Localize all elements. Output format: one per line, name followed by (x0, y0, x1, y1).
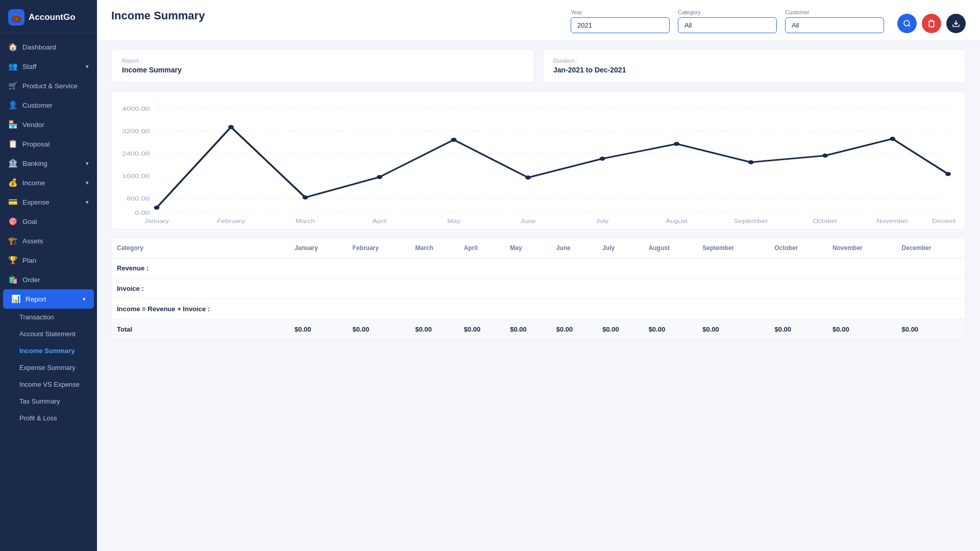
col-june: June (551, 238, 597, 258)
chart-point-nov (890, 137, 895, 141)
svg-text:800.00: 800.00 (127, 195, 150, 202)
page-title: Income Summary (111, 9, 205, 22)
proposal-icon: 📋 (8, 139, 17, 148)
sidebar-sub-item-transaction[interactable]: Transaction (0, 309, 97, 325)
info-cards: Report : Income Summary Duration : Jan-2… (97, 41, 980, 83)
sidebar-item-customer[interactable]: 👤 Customer (0, 95, 97, 115)
sub-nav-label: Profit & Loss (19, 414, 57, 422)
row-invoice-col-0 (289, 279, 348, 299)
row-label-total: Total (112, 319, 289, 340)
category-filter-group: Category (678, 9, 777, 33)
sidebar-item-banking[interactable]: 🏦 Banking ▾ (0, 154, 97, 173)
sidebar-sub-item-expense-summary[interactable]: Expense Summary (0, 359, 97, 376)
header-filters: Year Category Customer (571, 9, 884, 33)
income-icon: 💰 (8, 178, 17, 187)
sidebar-item-report[interactable]: 📊 Report ▾ (3, 289, 94, 309)
row-total-col-7: $0.00 (644, 319, 698, 340)
svg-text:3200.00: 3200.00 (122, 128, 150, 135)
svg-text:April: April (373, 218, 386, 224)
sidebar-item-label: Customer (22, 102, 53, 109)
svg-text:March: March (296, 218, 315, 224)
chevron-right-icon: ▾ (86, 63, 89, 70)
sidebar-item-goal[interactable]: 🎯 Goal (0, 212, 97, 231)
assets-icon: 🏗️ (8, 236, 17, 245)
sidebar-item-label: Assets (22, 237, 43, 245)
sidebar-item-expense[interactable]: 💳 Expense ▾ (0, 192, 97, 212)
svg-text:July: July (596, 218, 608, 224)
sidebar-item-product-service[interactable]: 🛒 Product & Service (0, 76, 97, 95)
sidebar-sub-item-account-statement[interactable]: Account Statement (0, 325, 97, 342)
sidebar-item-label: Plan (22, 257, 36, 264)
sidebar-item-income[interactable]: 💰 Income ▾ (0, 173, 97, 192)
delete-button[interactable] (922, 14, 941, 33)
table-row-total: Total$0.00$0.00$0.00$0.00$0.00$0.00$0.00… (112, 319, 965, 340)
row-total-col-4: $0.00 (505, 319, 551, 340)
row-total-col-1: $0.00 (348, 319, 410, 340)
svg-text:May: May (447, 218, 460, 224)
row-revenue-col-0 (289, 258, 348, 279)
chart-point-dec (945, 172, 951, 176)
sub-nav-label: Transaction (19, 313, 54, 321)
chart-section: 4000.00 3200.00 2400.00 1600.00 800.00 0… (111, 91, 966, 230)
search-button[interactable] (897, 14, 917, 33)
svg-text:February: February (217, 218, 244, 224)
sidebar-sub-item-income-summary[interactable]: Income Summary (0, 342, 97, 359)
svg-text:December: December (932, 218, 955, 224)
sidebar-item-label: Order (22, 276, 40, 284)
sidebar-item-staff[interactable]: 👥 Staff ▾ (0, 57, 97, 76)
order-icon: 🛍️ (8, 275, 17, 284)
sidebar-navigation: 🏠 Dashboard 👥 Staff ▾🛒 Product & Service… (0, 33, 97, 431)
customer-filter-label: Customer (785, 9, 884, 15)
col-october: October (769, 238, 827, 258)
vendor-icon: 🏪 (8, 120, 17, 129)
year-filter-input[interactable] (571, 17, 670, 33)
year-filter-group: Year (571, 9, 670, 33)
row-revenue-col-7 (644, 258, 698, 279)
table-header-row: Category January February March April Ma… (112, 238, 965, 258)
row-revenue-col-4 (505, 258, 551, 279)
row-total-col-3: $0.00 (459, 319, 505, 340)
row-total-col-2: $0.00 (410, 319, 458, 340)
row-label-income-formula: Income = Revenue + Invoice : (112, 299, 289, 319)
row-revenue-col-2 (410, 258, 458, 279)
sidebar-item-proposal[interactable]: 📋 Proposal (0, 134, 97, 154)
row-revenue-col-3 (459, 258, 505, 279)
sidebar-sub-item-profit-loss[interactable]: Profit & Loss (0, 410, 97, 427)
income-table-section: Category January February March April Ma… (111, 238, 966, 340)
svg-point-0 (904, 20, 910, 26)
col-november: November (827, 238, 896, 258)
app-logo[interactable]: 💼 AccountGo (0, 0, 97, 33)
sidebar-item-assets[interactable]: 🏗️ Assets (0, 231, 97, 251)
row-revenue-col-11 (897, 258, 965, 279)
row-revenue-col-5 (551, 258, 597, 279)
sub-nav-label: Account Statement (19, 330, 76, 338)
col-september: September (697, 238, 769, 258)
sidebar-item-vendor[interactable]: 🏪 Vendor (0, 115, 97, 134)
row-income-formula-col-0 (289, 299, 348, 319)
income-table: Category January February March April Ma… (112, 238, 965, 339)
row-total-col-8: $0.00 (697, 319, 769, 340)
sidebar-item-dashboard[interactable]: 🏠 Dashboard (0, 37, 97, 57)
row-revenue-col-1 (348, 258, 410, 279)
duration-info-card: Duration : Jan-2021 to Dec-2021 (543, 49, 966, 83)
sidebar-sub-item-income-vs-expense[interactable]: Income VS Expense (0, 376, 97, 393)
chevron-right-icon: ▾ (86, 180, 89, 186)
sidebar-item-order[interactable]: 🛍️ Order (0, 270, 97, 289)
row-revenue-col-8 (697, 258, 769, 279)
sidebar-item-plan[interactable]: 🏆 Plan (0, 251, 97, 270)
sub-nav-label: Expense Summary (19, 364, 76, 371)
chart-point-oct (822, 154, 828, 158)
row-total-col-10: $0.00 (827, 319, 896, 340)
svg-text:August: August (666, 218, 688, 224)
sidebar-sub-item-tax-summary[interactable]: Tax Summary (0, 393, 97, 410)
product-service-icon: 🛒 (8, 81, 17, 90)
expense-icon: 💳 (8, 197, 17, 207)
chart-point-jul (600, 157, 605, 161)
svg-text:4000.00: 4000.00 (122, 106, 150, 112)
category-filter-input[interactable] (678, 17, 777, 33)
download-button[interactable] (946, 14, 966, 33)
sidebar-item-label: Income (22, 179, 45, 187)
sidebar-item-label: Goal (22, 218, 37, 226)
svg-text:January: January (144, 218, 169, 224)
customer-filter-input[interactable] (785, 17, 884, 33)
